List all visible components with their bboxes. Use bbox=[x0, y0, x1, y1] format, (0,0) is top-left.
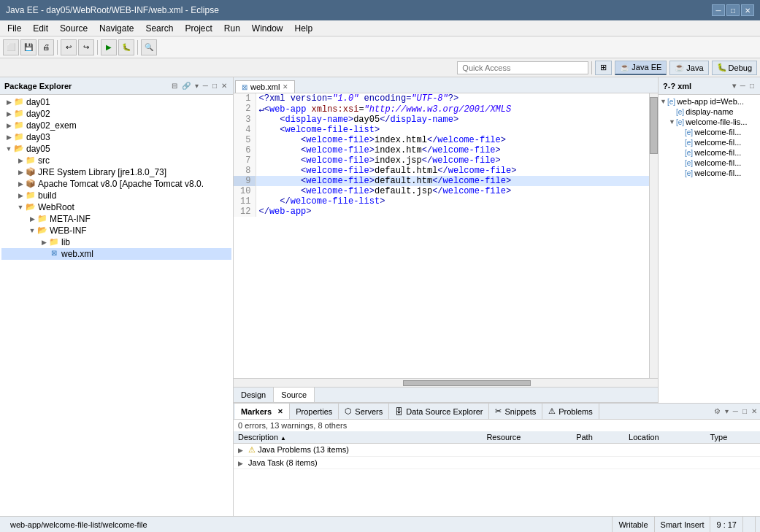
btab-servers[interactable]: ⬡ Servers bbox=[339, 404, 389, 419]
status-position: 9 : 17 bbox=[710, 517, 743, 532]
outline-max-icon[interactable]: □ bbox=[748, 81, 756, 90]
menu-file[interactable]: File bbox=[3, 22, 26, 35]
tree-item-webxml[interactable]: ⊠ web.xml bbox=[1, 248, 231, 260]
tree-item-build[interactable]: ▶ 📁 build bbox=[1, 190, 231, 201]
editor-scrollbar-v[interactable] bbox=[649, 93, 658, 378]
redo-button[interactable]: ↪ bbox=[78, 39, 94, 55]
persp-button-debug[interactable]: 🐛 Debug bbox=[712, 61, 757, 75]
menu-project[interactable]: Project bbox=[180, 22, 216, 35]
tree-item-webroot[interactable]: ▼ 📂 WebRoot bbox=[1, 201, 231, 213]
tree-label-jre: JRE System Library [jre1.8.0_73] bbox=[38, 167, 166, 177]
tree-item-metainf[interactable]: ▶ 📁 META-INF bbox=[1, 213, 231, 225]
outline-item-displayname[interactable]: [e] display-name bbox=[660, 107, 759, 117]
close-panel-icon[interactable]: ✕ bbox=[220, 81, 229, 90]
persp-button-javaee[interactable]: ☕ Java EE bbox=[615, 61, 667, 75]
menu-search[interactable]: Search bbox=[141, 22, 177, 35]
markers-close-icon[interactable]: ✕ bbox=[750, 406, 759, 416]
outline-item-welcomelist[interactable]: ▼ [e] welcome-file-lis... bbox=[660, 117, 759, 127]
link-editor-icon[interactable]: 🔗 bbox=[180, 81, 192, 90]
editor-scrollbar-h[interactable] bbox=[234, 378, 658, 387]
col-location[interactable]: Location bbox=[624, 431, 705, 444]
expand-arrow-day03: ▶ bbox=[4, 134, 13, 141]
java-problems-resource bbox=[482, 444, 572, 457]
jre-icon: 📦 bbox=[25, 167, 37, 177]
menubar: File Edit Source Navigate Search Project… bbox=[0, 20, 760, 36]
tree-item-day02exem[interactable]: ▶ 📁 day02_exem bbox=[1, 120, 231, 131]
code-table: 1 <?xml version="1.0" encoding="UTF-8"?>… bbox=[234, 93, 649, 217]
tree-item-tomcat[interactable]: ▶ 📦 Apache Tomcat v8.0 [Apache Tomcat v8… bbox=[1, 178, 231, 190]
outline-item-wf4[interactable]: [e] welcome-fil... bbox=[660, 158, 759, 168]
maximize-panel-icon[interactable]: □ bbox=[211, 81, 218, 90]
btab-markers[interactable]: Markers ✕ bbox=[235, 404, 290, 419]
new-button[interactable]: ⬜ bbox=[3, 39, 19, 55]
markers-action-icon[interactable]: ⚙ bbox=[713, 406, 722, 416]
minimize-button[interactable]: ─ bbox=[712, 4, 725, 16]
save-button[interactable]: 💾 bbox=[20, 39, 37, 55]
undo-button[interactable]: ↩ bbox=[61, 39, 77, 55]
expand-java-task[interactable]: ▶ bbox=[238, 460, 243, 467]
editor-scrollbar-h-thumb[interactable] bbox=[403, 380, 530, 386]
col-path[interactable]: Path bbox=[572, 431, 624, 444]
btab-datasource[interactable]: 🗄 Data Source Explorer bbox=[389, 404, 489, 419]
btab-problems[interactable]: ⚠ Problems bbox=[542, 404, 599, 419]
outline-item-wf3[interactable]: [e] welcome-fil... bbox=[660, 147, 759, 158]
tree-item-day02[interactable]: ▶ 📁 day02 bbox=[1, 108, 231, 120]
close-button[interactable]: ✕ bbox=[741, 4, 754, 16]
folder-icon-webinf: 📂 bbox=[37, 225, 48, 236]
tree-item-src[interactable]: ▶ 📁 src bbox=[1, 155, 231, 166]
tree-item-jre[interactable]: ▶ 📦 JRE System Library [jre1.8.0_73] bbox=[1, 166, 231, 178]
outline-arrow-welcomelist: ▼ bbox=[669, 118, 676, 126]
markers-min-icon[interactable]: ─ bbox=[732, 406, 740, 416]
collapse-all-icon[interactable]: ⊟ bbox=[170, 81, 179, 90]
markers-filter-icon[interactable]: ▾ bbox=[723, 406, 730, 416]
marker-group-java-problems[interactable]: ▶ ⚠ Java Problems (13 items) bbox=[234, 444, 760, 457]
tree-item-lib[interactable]: ▶ 📁 lib bbox=[1, 236, 231, 248]
tree-item-day05[interactable]: ▼ 📂 day05 bbox=[1, 143, 231, 155]
tree-item-day03[interactable]: ▶ 📁 day03 bbox=[1, 131, 231, 143]
btab-properties[interactable]: Properties bbox=[290, 404, 339, 419]
print-button[interactable]: 🖨 bbox=[38, 39, 54, 55]
search-button[interactable]: 🔍 bbox=[141, 39, 157, 55]
outline-item-wf5[interactable]: [e] welcome-fil... bbox=[660, 168, 759, 178]
line-content-12: </web-app> bbox=[256, 207, 649, 217]
line-num-11: 11 bbox=[234, 196, 256, 207]
status-writable: Writable bbox=[613, 517, 654, 532]
view-menu-icon[interactable]: ▾ bbox=[193, 81, 200, 90]
outline-item-wf2[interactable]: [e] welcome-fil... bbox=[660, 137, 759, 147]
menu-run[interactable]: Run bbox=[220, 22, 245, 35]
col-description[interactable]: Description ▲ bbox=[234, 431, 482, 444]
outline-label-wf1: welcome-fil... bbox=[694, 128, 741, 136]
java-task-cell: ▶ Java Task (8 items) bbox=[234, 457, 482, 469]
marker-group-java-task[interactable]: ▶ Java Task (8 items) bbox=[234, 457, 760, 469]
run-button[interactable]: ▶ bbox=[101, 39, 117, 55]
persp-button-java[interactable]: ☕ Java bbox=[669, 61, 708, 75]
tab-source[interactable]: Source bbox=[274, 388, 315, 402]
outline-item-wf1[interactable]: [e] welcome-fil... bbox=[660, 127, 759, 137]
menu-source[interactable]: Source bbox=[55, 22, 92, 35]
minimize-panel-icon[interactable]: ─ bbox=[201, 81, 210, 90]
expand-java-problems[interactable]: ▶ bbox=[238, 447, 243, 454]
code-area[interactable]: 1 <?xml version="1.0" encoding="UTF-8"?>… bbox=[234, 93, 658, 378]
tree-item-webinf[interactable]: ▼ 📂 WEB-INF bbox=[1, 225, 231, 236]
maximize-button[interactable]: □ bbox=[726, 4, 740, 16]
menu-help[interactable]: Help bbox=[291, 22, 318, 35]
editor-scrollbar-thumb[interactable] bbox=[650, 97, 658, 154]
outline-min-icon[interactable]: ─ bbox=[739, 81, 747, 90]
btab-snippets[interactable]: ✂ Snippets bbox=[489, 404, 542, 419]
tree-item-day01[interactable]: ▶ 📁 day01 bbox=[1, 96, 231, 108]
menu-window[interactable]: Window bbox=[247, 22, 288, 35]
tab-close-icon[interactable]: ✕ bbox=[283, 83, 288, 90]
tab-design[interactable]: Design bbox=[234, 388, 274, 402]
outline-menu-icon[interactable]: ▾ bbox=[731, 81, 737, 90]
folder-icon-day02: 📁 bbox=[13, 109, 25, 119]
col-type[interactable]: Type bbox=[705, 431, 760, 444]
quick-access-input[interactable] bbox=[457, 61, 588, 74]
outline-item-webapp[interactable]: ▼ [e] web-app id=Web... bbox=[660, 96, 759, 107]
col-resource[interactable]: Resource bbox=[482, 431, 572, 444]
editor-tab-webxml[interactable]: ⊠ web.xml ✕ bbox=[235, 80, 295, 93]
menu-edit[interactable]: Edit bbox=[28, 22, 53, 35]
persp-button-perspective-list[interactable]: ⊞ bbox=[595, 61, 612, 75]
markers-max-icon[interactable]: □ bbox=[741, 406, 748, 416]
debug-button[interactable]: 🐛 bbox=[118, 39, 134, 55]
menu-navigate[interactable]: Navigate bbox=[95, 22, 138, 35]
